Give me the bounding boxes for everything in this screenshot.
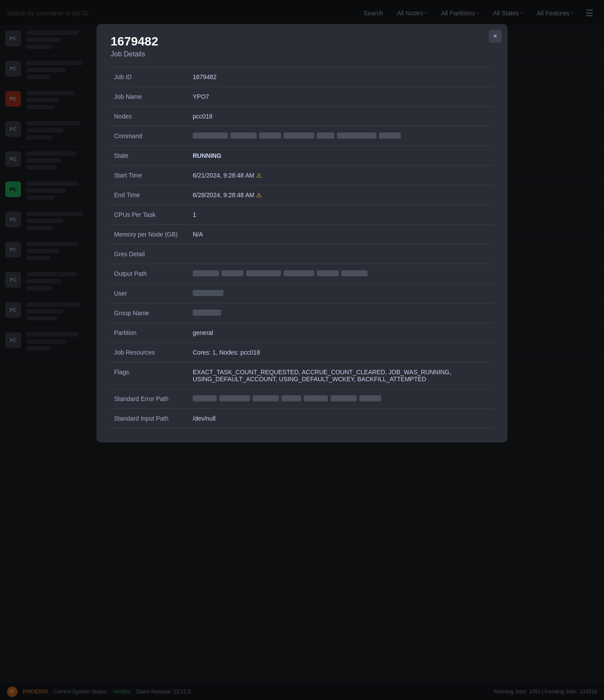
field-label: Command: [111, 126, 189, 146]
field-value: general: [189, 323, 493, 343]
field-label: Job ID: [111, 67, 189, 87]
table-row: Gres Detail: [111, 244, 493, 264]
field-label: Group Name: [111, 303, 189, 323]
table-row: Output Path: [111, 264, 493, 284]
job-details-modal: × 1679482 Job Details Job ID 1679482 Job…: [97, 24, 507, 442]
table-row: CPUs Per Task 1: [111, 205, 493, 225]
job-id-heading: 1679482: [111, 35, 493, 49]
field-label: Start Time: [111, 166, 189, 185]
field-label: Nodes: [111, 107, 189, 126]
field-value: [189, 244, 493, 264]
field-value: EXACT_TASK_COUNT_REQUESTED, ACCRUE_COUNT…: [189, 362, 493, 389]
table-row: Command: [111, 126, 493, 146]
table-row: Flags EXACT_TASK_COUNT_REQUESTED, ACCRUE…: [111, 362, 493, 389]
table-row: Job Resources Cores: 1, Nodes: pcc018: [111, 343, 493, 362]
field-value: /dev/null: [189, 409, 493, 428]
field-value: [189, 264, 493, 284]
modal-close-button[interactable]: ×: [489, 30, 501, 42]
table-row: Group Name: [111, 303, 493, 323]
table-row: User: [111, 284, 493, 303]
field-value: 1679482: [189, 67, 493, 87]
field-label: CPUs Per Task: [111, 205, 189, 225]
field-value: [189, 303, 493, 323]
field-label: Memory per Node (GB): [111, 225, 189, 244]
field-value: RUNNING: [189, 146, 493, 166]
field-value: [189, 126, 493, 146]
field-label: Partition: [111, 323, 189, 343]
warning-icon: ⚠: [256, 172, 262, 179]
table-row: Standard Error Path: [111, 389, 493, 409]
modal-overlay: × 1679482 Job Details Job ID 1679482 Job…: [0, 0, 604, 700]
field-label: Job Resources: [111, 343, 189, 362]
field-label: End Time: [111, 185, 189, 205]
field-label: Output Path: [111, 264, 189, 284]
field-value: 6/28/2024, 9:28:48 AM ⚠: [189, 185, 493, 205]
field-value: 1: [189, 205, 493, 225]
field-label: State: [111, 146, 189, 166]
table-row: Standard Input Path /dev/null: [111, 409, 493, 428]
field-value: [189, 389, 493, 409]
field-label: Flags: [111, 362, 189, 389]
table-row: Nodes pcc018: [111, 107, 493, 126]
field-label: User: [111, 284, 189, 303]
start-time: 6/21/2024, 9:28:48 AM: [193, 172, 254, 179]
table-row: Memory per Node (GB) N/A: [111, 225, 493, 244]
field-value: N/A: [189, 225, 493, 244]
table-row: Job ID 1679482: [111, 67, 493, 87]
table-row: End Time 6/28/2024, 9:28:48 AM ⚠: [111, 185, 493, 205]
field-label: Job Name: [111, 87, 189, 107]
warning-icon: ⚠: [256, 192, 262, 199]
field-label: Standard Input Path: [111, 409, 189, 428]
field-value: YPO7: [189, 87, 493, 107]
field-value: 6/21/2024, 9:28:48 AM ⚠: [189, 166, 493, 185]
end-time: 6/28/2024, 9:28:48 AM: [193, 192, 254, 199]
table-row: Job Name YPO7: [111, 87, 493, 107]
field-value: Cores: 1, Nodes: pcc018: [189, 343, 493, 362]
job-details-table: Job ID 1679482 Job Name YPO7 Nodes pcc01…: [111, 67, 493, 428]
field-label: Gres Detail: [111, 244, 189, 264]
table-row: Start Time 6/21/2024, 9:28:48 AM ⚠: [111, 166, 493, 185]
field-label: Standard Error Path: [111, 389, 189, 409]
modal-title: Job Details: [111, 50, 493, 58]
field-value: [189, 284, 493, 303]
field-value: pcc018: [189, 107, 493, 126]
state-badge: RUNNING: [193, 152, 221, 159]
table-row: State RUNNING: [111, 146, 493, 166]
table-row: Partition general: [111, 323, 493, 343]
